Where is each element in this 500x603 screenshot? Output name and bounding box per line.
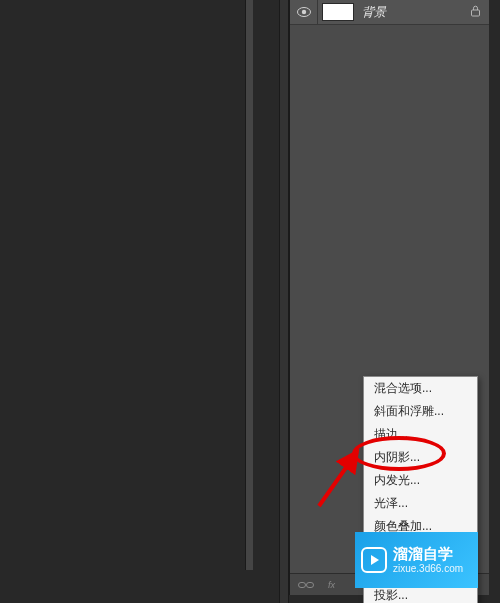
- menu-item-inner-glow[interactable]: 内发光...: [364, 469, 477, 492]
- svg-marker-7: [371, 555, 379, 565]
- svg-text:fx: fx: [328, 580, 336, 590]
- menu-item-bevel-emboss[interactable]: 斜面和浮雕...: [364, 400, 477, 423]
- panel-divider: [279, 0, 289, 603]
- svg-rect-3: [299, 582, 306, 587]
- svg-point-1: [301, 10, 305, 14]
- watermark-subtitle: zixue.3d66.com: [393, 563, 463, 574]
- svg-rect-2: [472, 10, 480, 16]
- canvas-area[interactable]: [0, 0, 253, 570]
- fx-icon[interactable]: fx: [328, 580, 342, 590]
- svg-rect-4: [307, 582, 314, 587]
- menu-item-stroke[interactable]: 描边...: [364, 423, 477, 446]
- layer-name-label[interactable]: 背景: [362, 4, 386, 21]
- link-layers-icon[interactable]: [298, 580, 314, 590]
- watermark-logo-icon: [361, 547, 387, 573]
- lock-icon: [470, 3, 481, 21]
- menu-item-blending-options[interactable]: 混合选项...: [364, 377, 477, 400]
- layer-row-background[interactable]: 背景: [290, 0, 489, 25]
- menu-item-satin[interactable]: 光泽...: [364, 492, 477, 515]
- eye-icon: [297, 7, 311, 17]
- watermark: 溜溜自学 zixue.3d66.com: [355, 532, 478, 588]
- layer-thumbnail[interactable]: [322, 3, 354, 21]
- layer-visibility-toggle[interactable]: [290, 0, 318, 24]
- watermark-title: 溜溜自学: [393, 546, 463, 563]
- menu-item-inner-shadow[interactable]: 内阴影...: [364, 446, 477, 469]
